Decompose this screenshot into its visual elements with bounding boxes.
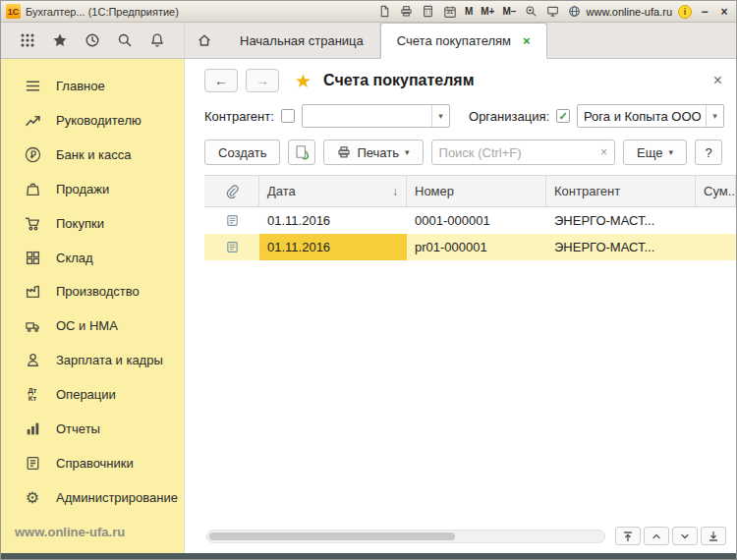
sidebar-item-fixed-assets[interactable]: ОС и НМА <box>1 308 184 343</box>
sidebar-item-main[interactable]: Главное <box>1 69 184 103</box>
forward-button[interactable]: → <box>246 69 279 92</box>
page-header: ← → ★ Счета покупателям × <box>204 69 722 92</box>
dropdown-arrow-icon[interactable]: ▾ <box>706 105 723 127</box>
counterparty-checkbox[interactable] <box>281 109 295 123</box>
save-document-icon[interactable] <box>377 4 393 20</box>
sidebar-item-directories[interactable]: Справочники <box>1 446 184 480</box>
printer-icon <box>337 145 351 159</box>
number-column-header[interactable]: Номер <box>407 176 546 206</box>
sidebar-item-reports[interactable]: Отчеты <box>1 412 184 446</box>
go-to-top-button[interactable] <box>615 527 641 545</box>
debit-credit-icon: ДтКт <box>23 385 42 405</box>
sidebar-item-purchases[interactable]: Покупки <box>1 206 184 241</box>
copy-item-button[interactable] <box>288 140 315 165</box>
page-up-button[interactable] <box>644 527 669 545</box>
cell-number: pr01-000001 <box>407 234 546 260</box>
window-display-icon[interactable] <box>545 4 561 20</box>
counterparty-column-header[interactable]: Контрагент <box>546 176 696 206</box>
titlebar: 1С Бухгалтер... (1С:Предприятие) 31 M M+… <box>1 1 736 23</box>
tab-strip: Начальная страница Счета покупателям × <box>224 23 547 58</box>
main-menu-icon[interactable] <box>19 31 36 49</box>
notifications-bell-icon[interactable] <box>148 31 166 49</box>
sidebar-item-label: Продажи <box>56 182 109 196</box>
memory-m-plus-button[interactable]: M+ <box>480 4 495 20</box>
create-button[interactable]: Создать <box>204 140 280 165</box>
clear-search-icon[interactable]: × <box>600 145 607 159</box>
memory-m-minus-button[interactable]: M− <box>501 4 517 20</box>
table-row-selected[interactable]: 01.11.2016 pr01-000001 ЭНЕРГО-МАСТ... <box>204 234 736 260</box>
command-bar: Создать Печать ▾ × <box>204 140 722 165</box>
sidebar-item-label: Отчеты <box>56 421 100 436</box>
cell-sum <box>696 207 736 234</box>
date-column-header[interactable]: Дата ↓ <box>259 176 407 206</box>
list-book-icon <box>23 454 42 474</box>
sidebar-item-label: Покупки <box>56 216 104 231</box>
titlebar-url[interactable]: www.online-ufa.ru <box>567 4 672 20</box>
calendar-icon[interactable]: 31 <box>442 4 458 20</box>
sidebar-item-operations[interactable]: ДтКт Операции <box>1 377 184 412</box>
sidebar-item-label: ОС и НМА <box>56 318 118 333</box>
organization-combobox[interactable]: Рога и Копыта ООО ▾ <box>577 104 724 128</box>
print-icon[interactable] <box>399 4 415 20</box>
tab-start-page[interactable]: Начальная страница <box>224 23 380 58</box>
titlebar-toolbar: 31 M M+ M− www.online-ufa.ru i − × <box>377 4 731 20</box>
memory-m-button[interactable]: M <box>464 4 474 20</box>
sidebar-item-label: Склад <box>56 251 93 265</box>
sidebar-item-warehouse[interactable]: Склад <box>1 241 184 275</box>
sidebar-item-production[interactable]: Производство <box>1 275 184 309</box>
window-close-button[interactable]: × <box>717 4 731 20</box>
horizontal-scrollbar[interactable] <box>206 530 605 543</box>
dropdown-arrow-icon[interactable]: ▾ <box>431 105 449 127</box>
sidebar-item-bank-cash[interactable]: Банк и касса <box>1 138 184 172</box>
sidebar-item-manager[interactable]: Руководителю <box>1 103 184 138</box>
form-close-icon[interactable]: × <box>713 72 722 89</box>
tab-label: Начальная страница <box>240 33 364 48</box>
menu-lines-icon <box>23 76 42 95</box>
dropdown-arrow-icon: ▾ <box>405 147 410 157</box>
info-icon[interactable]: i <box>678 5 692 19</box>
tab-close-icon[interactable]: × <box>523 33 531 48</box>
service-icons <box>1 23 184 58</box>
table-header: Дата ↓ Номер Контрагент Сум... <box>204 176 736 207</box>
table-row[interactable]: 01.11.2016 0001-000001 ЭНЕРГО-МАСТ... <box>204 207 736 234</box>
more-button[interactable]: Еще ▾ <box>623 140 687 165</box>
counterparty-combobox[interactable]: ▾ <box>302 104 450 128</box>
print-button[interactable]: Печать ▾ <box>323 140 423 165</box>
cell-number: 0001-000001 <box>407 207 546 234</box>
cell-counterparty: ЭНЕРГО-МАСТ... <box>546 234 696 260</box>
page-title: Счета покупателям <box>323 72 474 89</box>
scrollbar-thumb[interactable] <box>209 532 455 540</box>
help-button[interactable]: ? <box>695 140 722 165</box>
favorites-icon[interactable] <box>51 31 69 49</box>
search-box: × <box>431 140 615 165</box>
organization-checkbox[interactable]: ✓ <box>556 109 570 123</box>
minimize-button[interactable]: − <box>698 4 711 20</box>
sidebar-item-label: Руководителю <box>56 113 142 128</box>
back-button[interactable]: ← <box>204 69 238 92</box>
sidebar-item-label: Производство <box>56 284 140 299</box>
sidebar-item-administration[interactable]: ⚙ Администрирование <box>1 480 184 515</box>
sidebar-item-label: Справочники <box>56 456 134 471</box>
sidebar-item-payroll-hr[interactable]: Зарплата и кадры <box>1 343 184 377</box>
history-icon[interactable] <box>84 31 101 49</box>
calculator-icon[interactable] <box>421 4 436 20</box>
cell-date-current: 01.11.2016 <box>259 234 407 260</box>
sidebar-item-label: Банк и касса <box>56 147 132 162</box>
paperclip-icon <box>224 184 239 198</box>
go-to-bottom-button[interactable] <box>701 527 726 545</box>
check-icon: ✓ <box>558 110 567 123</box>
document-icon <box>226 241 239 253</box>
home-button[interactable] <box>184 23 224 58</box>
search-input[interactable] <box>439 145 596 160</box>
copy-document-icon <box>294 144 310 160</box>
favorite-star-icon[interactable]: ★ <box>295 72 312 90</box>
tab-customer-invoices[interactable]: Счета покупателям × <box>380 23 547 59</box>
sum-column-header[interactable]: Сум... <box>696 176 736 206</box>
attachment-column-header[interactable] <box>204 176 259 206</box>
sidebar: Главное Руководителю Банк и касса Продаж… <box>1 59 184 553</box>
page-down-button[interactable] <box>672 527 698 545</box>
sidebar-item-sales[interactable]: Продажи <box>1 172 184 206</box>
search-icon[interactable] <box>116 31 134 49</box>
trend-chart-icon <box>23 110 42 130</box>
zoom-icon[interactable] <box>524 4 539 20</box>
